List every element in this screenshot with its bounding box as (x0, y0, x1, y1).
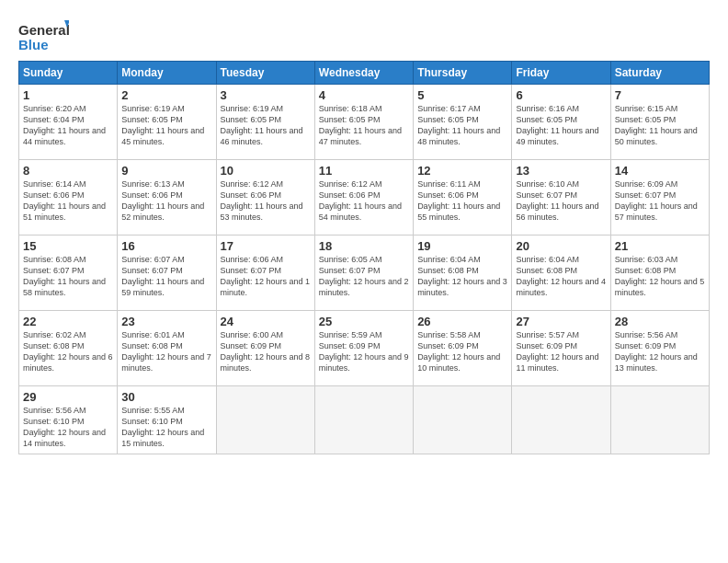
calendar-cell (610, 386, 709, 454)
day-number: 16 (121, 239, 211, 253)
calendar-cell: 10 Sunrise: 6:12 AM Sunset: 6:06 PM Dayl… (216, 160, 314, 236)
calendar-cell: 28 Sunrise: 5:56 AM Sunset: 6:09 PM Dayl… (610, 311, 709, 386)
day-number: 12 (417, 164, 507, 178)
calendar-cell: 22 Sunrise: 6:02 AM Sunset: 6:08 PM Dayl… (19, 311, 118, 386)
day-info: Sunrise: 6:09 AM Sunset: 6:07 PM Dayligh… (615, 178, 705, 224)
calendar-cell (216, 386, 314, 454)
calendar-cell: 5 Sunrise: 6:17 AM Sunset: 6:05 PM Dayli… (414, 85, 512, 160)
calendar-cell: 30 Sunrise: 5:55 AM Sunset: 6:10 PM Dayl… (118, 386, 216, 454)
calendar-cell: 25 Sunrise: 5:59 AM Sunset: 6:09 PM Dayl… (314, 311, 413, 386)
weekday-header: Sunday (19, 62, 118, 85)
day-number: 23 (121, 315, 211, 328)
calendar-cell: 2 Sunrise: 6:19 AM Sunset: 6:05 PM Dayli… (118, 85, 216, 160)
weekday-header: Friday (512, 62, 610, 85)
day-info: Sunrise: 6:17 AM Sunset: 6:05 PM Dayligh… (417, 103, 507, 148)
calendar-cell: 11 Sunrise: 6:12 AM Sunset: 6:06 PM Dayl… (314, 160, 413, 236)
day-info: Sunrise: 6:13 AM Sunset: 6:06 PM Dayligh… (121, 178, 211, 224)
day-number: 19 (417, 239, 507, 253)
calendar-cell: 9 Sunrise: 6:13 AM Sunset: 6:06 PM Dayli… (118, 160, 216, 236)
logo-svg: General Blue (18, 18, 69, 53)
day-info: Sunrise: 6:05 AM Sunset: 6:07 PM Dayligh… (319, 254, 409, 299)
day-info: Sunrise: 5:58 AM Sunset: 6:09 PM Dayligh… (417, 329, 507, 374)
svg-text:Blue: Blue (18, 37, 49, 52)
calendar-cell: 23 Sunrise: 6:01 AM Sunset: 6:08 PM Dayl… (118, 311, 216, 386)
day-info: Sunrise: 6:14 AM Sunset: 6:06 PM Dayligh… (23, 178, 113, 224)
day-number: 20 (516, 239, 606, 253)
day-number: 13 (516, 164, 606, 178)
weekday-header: Thursday (414, 62, 512, 85)
header: General Blue (18, 15, 710, 53)
day-number: 5 (417, 88, 507, 102)
day-info: Sunrise: 6:19 AM Sunset: 6:05 PM Dayligh… (121, 103, 211, 148)
weekday-header: Monday (118, 62, 216, 85)
calendar-cell: 7 Sunrise: 6:15 AM Sunset: 6:05 PM Dayli… (610, 85, 709, 160)
calendar-cell: 27 Sunrise: 5:57 AM Sunset: 6:09 PM Dayl… (512, 311, 610, 386)
calendar-cell (314, 386, 413, 454)
calendar-body: 1 Sunrise: 6:20 AM Sunset: 6:04 PM Dayli… (19, 85, 710, 454)
calendar-week-row: 29 Sunrise: 5:56 AM Sunset: 6:10 PM Dayl… (19, 386, 710, 454)
day-info: Sunrise: 6:11 AM Sunset: 6:06 PM Dayligh… (417, 178, 507, 224)
day-number: 4 (319, 88, 409, 102)
calendar-cell (512, 386, 610, 454)
header-row: SundayMondayTuesdayWednesdayThursdayFrid… (19, 62, 710, 85)
day-info: Sunrise: 6:16 AM Sunset: 6:05 PM Dayligh… (516, 103, 606, 148)
day-number: 8 (23, 164, 113, 178)
day-number: 15 (23, 239, 113, 253)
day-number: 9 (121, 164, 211, 178)
day-info: Sunrise: 5:55 AM Sunset: 6:10 PM Dayligh… (121, 405, 211, 450)
day-number: 2 (121, 88, 211, 102)
day-number: 3 (221, 88, 311, 102)
day-number: 22 (23, 315, 113, 328)
day-number: 1 (23, 88, 113, 102)
calendar-cell: 15 Sunrise: 6:08 AM Sunset: 6:07 PM Dayl… (19, 236, 118, 311)
day-number: 25 (319, 315, 409, 328)
calendar-cell: 4 Sunrise: 6:18 AM Sunset: 6:05 PM Dayli… (314, 85, 413, 160)
day-info: Sunrise: 6:02 AM Sunset: 6:08 PM Dayligh… (23, 329, 113, 374)
day-info: Sunrise: 6:01 AM Sunset: 6:08 PM Dayligh… (121, 329, 211, 374)
weekday-header: Wednesday (314, 62, 413, 85)
day-number: 14 (615, 164, 705, 178)
day-number: 11 (319, 164, 409, 178)
day-info: Sunrise: 6:03 AM Sunset: 6:08 PM Dayligh… (615, 254, 705, 299)
calendar-cell: 17 Sunrise: 6:06 AM Sunset: 6:07 PM Dayl… (216, 236, 314, 311)
day-info: Sunrise: 6:04 AM Sunset: 6:08 PM Dayligh… (417, 254, 507, 299)
calendar-cell: 13 Sunrise: 6:10 AM Sunset: 6:07 PM Dayl… (512, 160, 610, 236)
day-info: Sunrise: 6:04 AM Sunset: 6:08 PM Dayligh… (516, 254, 606, 299)
calendar-cell: 20 Sunrise: 6:04 AM Sunset: 6:08 PM Dayl… (512, 236, 610, 311)
day-number: 21 (615, 239, 705, 253)
calendar-cell: 24 Sunrise: 6:00 AM Sunset: 6:09 PM Dayl… (216, 311, 314, 386)
day-info: Sunrise: 6:19 AM Sunset: 6:05 PM Dayligh… (221, 103, 311, 148)
calendar-cell: 16 Sunrise: 6:07 AM Sunset: 6:07 PM Dayl… (118, 236, 216, 311)
day-info: Sunrise: 6:12 AM Sunset: 6:06 PM Dayligh… (319, 178, 409, 224)
weekday-header: Saturday (610, 62, 709, 85)
calendar-week-row: 1 Sunrise: 6:20 AM Sunset: 6:04 PM Dayli… (19, 85, 710, 160)
calendar-cell: 19 Sunrise: 6:04 AM Sunset: 6:08 PM Dayl… (414, 236, 512, 311)
calendar-cell: 18 Sunrise: 6:05 AM Sunset: 6:07 PM Dayl… (314, 236, 413, 311)
day-info: Sunrise: 6:06 AM Sunset: 6:07 PM Dayligh… (221, 254, 311, 299)
calendar-cell: 1 Sunrise: 6:20 AM Sunset: 6:04 PM Dayli… (19, 85, 118, 160)
day-info: Sunrise: 6:20 AM Sunset: 6:04 PM Dayligh… (23, 103, 113, 148)
day-number: 29 (23, 390, 113, 404)
day-info: Sunrise: 6:07 AM Sunset: 6:07 PM Dayligh… (121, 254, 211, 299)
calendar-week-row: 22 Sunrise: 6:02 AM Sunset: 6:08 PM Dayl… (19, 311, 710, 386)
day-number: 30 (121, 390, 211, 404)
calendar-cell: 14 Sunrise: 6:09 AM Sunset: 6:07 PM Dayl… (610, 160, 709, 236)
calendar-header: SundayMondayTuesdayWednesdayThursdayFrid… (19, 62, 710, 85)
calendar-week-row: 8 Sunrise: 6:14 AM Sunset: 6:06 PM Dayli… (19, 160, 710, 236)
day-info: Sunrise: 6:08 AM Sunset: 6:07 PM Dayligh… (23, 254, 113, 299)
day-info: Sunrise: 6:00 AM Sunset: 6:09 PM Dayligh… (221, 329, 311, 374)
calendar-table: SundayMondayTuesdayWednesdayThursdayFrid… (18, 61, 710, 454)
day-number: 28 (615, 315, 705, 328)
svg-text:General: General (18, 22, 69, 38)
weekday-header: Tuesday (216, 62, 314, 85)
day-info: Sunrise: 6:18 AM Sunset: 6:05 PM Dayligh… (319, 103, 409, 148)
day-info: Sunrise: 5:56 AM Sunset: 6:10 PM Dayligh… (23, 405, 113, 450)
day-number: 27 (516, 315, 606, 328)
calendar-cell: 3 Sunrise: 6:19 AM Sunset: 6:05 PM Dayli… (216, 85, 314, 160)
calendar-cell: 8 Sunrise: 6:14 AM Sunset: 6:06 PM Dayli… (19, 160, 118, 236)
day-number: 6 (516, 88, 606, 102)
day-info: Sunrise: 5:56 AM Sunset: 6:09 PM Dayligh… (615, 329, 705, 374)
day-number: 7 (615, 88, 705, 102)
calendar-cell: 21 Sunrise: 6:03 AM Sunset: 6:08 PM Dayl… (610, 236, 709, 311)
day-info: Sunrise: 5:57 AM Sunset: 6:09 PM Dayligh… (516, 329, 606, 374)
